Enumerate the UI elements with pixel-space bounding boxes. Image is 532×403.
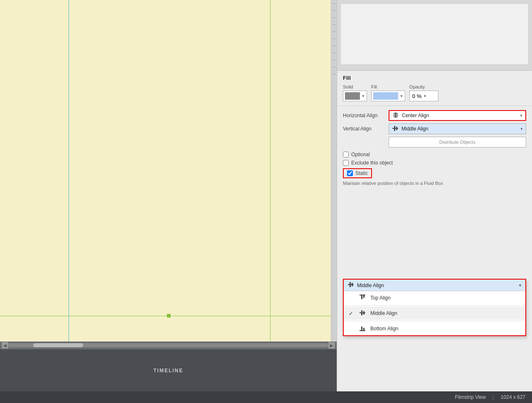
- ruler-mark: [333, 67, 335, 67]
- dropdown-divider-2: [344, 321, 525, 321]
- svg-rect-10: [361, 295, 362, 299]
- top-align-check: [349, 295, 355, 301]
- preview-inner: [340, 3, 529, 65]
- svg-rect-17: [363, 328, 365, 331]
- ruler-mark: [333, 39, 335, 39]
- opacity-value: 0 %: [412, 93, 421, 99]
- solid-group: Solid ▼: [343, 84, 367, 101]
- dimensions-label: 1024 x 627: [501, 394, 525, 400]
- preview-area: [337, 0, 532, 71]
- fill-section: Fill Solid ▼ Fill ▼: [337, 71, 532, 106]
- status-bar-divider: |: [493, 394, 494, 401]
- canvas-dot: [167, 314, 170, 317]
- svg-rect-16: [361, 327, 362, 331]
- right-panel: Fill Solid ▼ Fill ▼: [337, 0, 532, 391]
- status-bar: Filmstrip View | 1024 x 627: [0, 391, 532, 403]
- dropdown-header[interactable]: Middle Align ▼: [344, 280, 525, 291]
- ruler-mark: [333, 74, 335, 74]
- opacity-label: Opacity: [409, 84, 438, 89]
- dropdown-header-text: Middle Align: [357, 283, 516, 288]
- opacity-dropdown-arrow: ▼: [423, 94, 426, 98]
- solid-dropdown-arrow: ▼: [362, 94, 365, 98]
- hint-text: Maintain relative position of objects in…: [343, 181, 526, 186]
- align-section: Horizontal Align Center Align ▼: [337, 106, 532, 190]
- center-align-icon: [392, 111, 399, 120]
- static-label[interactable]: Static: [355, 170, 368, 176]
- fill-color-swatch: [373, 92, 398, 100]
- bottom-align-check: [349, 326, 355, 332]
- fill-row: Solid ▼ Fill ▼ Opacity: [343, 84, 526, 101]
- optional-row: Optional: [343, 152, 526, 157]
- timeline-label: TIMELINE: [0, 349, 337, 391]
- static-row: Static: [343, 168, 526, 178]
- dropdown-divider-1: [344, 305, 525, 306]
- vertical-align-value: Middle Align: [401, 126, 517, 132]
- ruler-mark: [333, 10, 335, 11]
- optional-checkbox[interactable]: [343, 152, 349, 157]
- exclude-label[interactable]: Exclude this object: [351, 160, 393, 166]
- filmstrip-label: Filmstrip View: [455, 394, 486, 400]
- horizontal-align-row: Horizontal Align Center Align ▼: [343, 110, 526, 121]
- fill-section-title: Fill: [343, 75, 526, 81]
- opacity-dropdown[interactable]: 0 % ▼: [409, 91, 438, 101]
- exclude-checkbox[interactable]: [343, 160, 349, 166]
- horizontal-align-dropdown[interactable]: Center Align ▼: [389, 110, 526, 121]
- horizontal-align-arrow: ▼: [520, 114, 523, 118]
- vertical-align-label: Vertical Align: [343, 126, 389, 132]
- ruler-mark: [333, 53, 335, 53]
- fill-color-dropdown[interactable]: ▼: [371, 91, 405, 101]
- vertical-align-dropdown[interactable]: Middle Align ▼: [389, 123, 526, 134]
- canvas-area: ◀ ▶ TIMELINE: [0, 0, 337, 391]
- timeline-scrollbar[interactable]: ◀ ▶: [0, 342, 337, 349]
- ruler-mark: [333, 3, 335, 4]
- static-checkbox[interactable]: [347, 170, 353, 176]
- distribute-button[interactable]: Distribute Objects: [389, 137, 526, 147]
- vertical-align-dropdown-menu: Middle Align ▼ Top Al: [343, 279, 526, 336]
- dropdown-header-icon: [347, 281, 355, 290]
- scrollbar-track[interactable]: [8, 343, 328, 347]
- dropdown-header-arrow: ▼: [518, 283, 522, 288]
- distribute-row: Distribute Objects: [343, 137, 526, 147]
- vertical-align-arrow: ▼: [520, 127, 523, 131]
- fill-label: Fill: [371, 84, 405, 89]
- checkboxes-area: Optional Exclude this object Static Main…: [343, 152, 526, 186]
- top-align-icon: [359, 294, 366, 302]
- fill-dropdown-arrow: ▼: [400, 94, 403, 98]
- scroll-left-arrow[interactable]: ◀: [2, 342, 8, 349]
- horizontal-align-value: Center Align: [402, 113, 517, 118]
- static-box: Static: [343, 168, 372, 178]
- bottom-align-label: Bottom Align: [370, 326, 398, 332]
- ruler-mark: [333, 17, 335, 18]
- dropdown-item-bottom-align[interactable]: Bottom Align: [344, 322, 525, 335]
- horizontal-align-label: Horizontal Align: [343, 113, 389, 118]
- scrollbar-thumb[interactable]: [33, 343, 83, 347]
- middle-align-icon: [392, 125, 399, 133]
- solid-color-dropdown[interactable]: ▼: [343, 91, 367, 101]
- scroll-right-arrow[interactable]: ▶: [328, 342, 335, 349]
- ruler-mark: [333, 25, 335, 25]
- middle-align-icon-menu: [359, 309, 366, 318]
- top-align-label: Top Align: [370, 295, 391, 301]
- ruler-side: [331, 0, 337, 342]
- solid-color-swatch: [345, 92, 360, 100]
- dropdown-item-top-align[interactable]: Top Align: [344, 291, 525, 305]
- canvas-content: [0, 0, 337, 342]
- ruler-mark: [333, 46, 335, 46]
- ruler-mark: [333, 60, 335, 60]
- properties-panel: Fill Solid ▼ Fill ▼: [337, 71, 532, 391]
- middle-align-check: ✓: [349, 310, 355, 317]
- fill-group: Fill ▼: [371, 84, 405, 101]
- dropdown-item-middle-align[interactable]: ✓ Middle Align: [344, 307, 525, 320]
- bottom-align-icon: [359, 324, 366, 333]
- ruler-mark: [333, 32, 335, 32]
- vertical-align-row: Vertical Align Middle Align ▼: [343, 123, 526, 134]
- optional-label[interactable]: Optional: [351, 152, 370, 157]
- middle-align-label: Middle Align: [370, 310, 397, 316]
- opacity-group: Opacity 0 % ▼: [409, 84, 438, 101]
- exclude-row: Exclude this object: [343, 160, 526, 166]
- solid-label: Solid: [343, 84, 367, 89]
- svg-rect-11: [363, 295, 365, 298]
- timeline-bar: ◀ ▶ TIMELINE: [0, 342, 337, 391]
